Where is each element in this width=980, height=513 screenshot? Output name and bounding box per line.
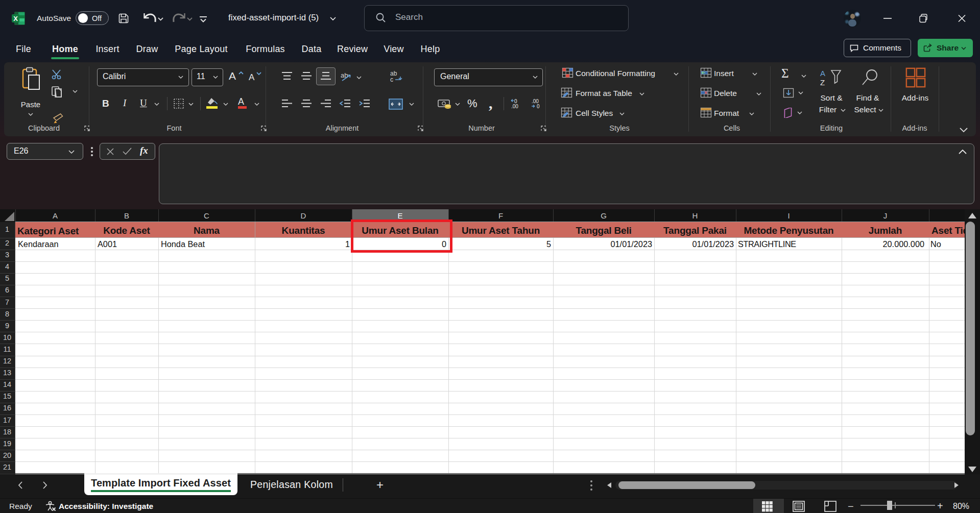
svg-text:c: c <box>390 76 393 83</box>
svg-text:0: 0 <box>537 104 540 109</box>
svg-text:X: X <box>13 15 18 22</box>
svg-text:A: A <box>820 69 825 78</box>
svg-text:ab: ab <box>341 71 348 79</box>
svg-text:Z: Z <box>820 78 825 87</box>
svg-text:.00: .00 <box>511 104 518 109</box>
